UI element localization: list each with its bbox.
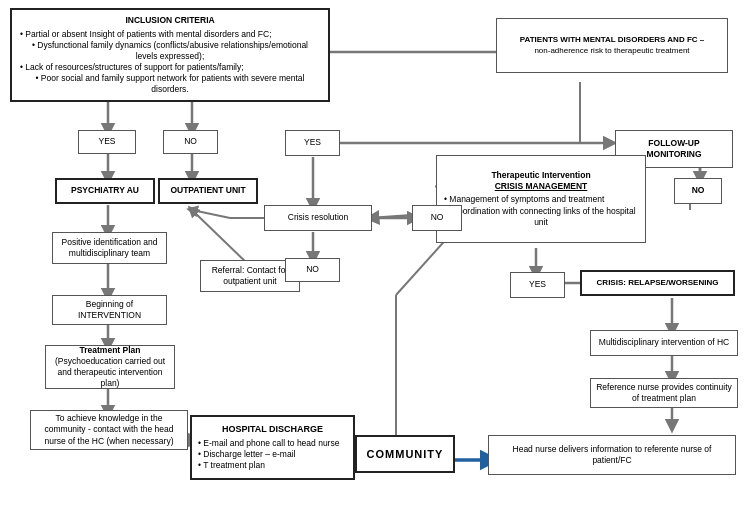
crisis-relapse-label: CRISIS: RELAPSE/WORSENING	[597, 278, 719, 288]
hd-line1: • E-mail and phone call to head nurse	[198, 438, 339, 449]
psychiatry-box: PSYCHIATRY AU	[55, 178, 155, 204]
reference-nurse-box: Reference nurse provides continuity of t…	[590, 378, 738, 408]
crisis-resolution-label: Crisis resolution	[288, 212, 348, 223]
inclusion-criteria-line3: • Lack of resources/structures of suppor…	[20, 62, 244, 73]
patients-line2: non-adherence risk to therapeutic treatm…	[534, 46, 689, 56]
yes1-box: YES	[78, 130, 136, 154]
crisis-relapse-box: CRISIS: RELAPSE/WORSENING	[580, 270, 735, 296]
hd-line3: • T treatment plan	[198, 460, 265, 471]
therapeutic-line2: • Coordination with connecting links of …	[444, 206, 638, 228]
therapeutic-title: Therapeutic Intervention	[444, 170, 638, 181]
no1-box: NO	[163, 130, 218, 154]
treatment-line2: (Psychoeducation carried out	[55, 356, 165, 367]
followup-label: FOLLOW-UP MONITORING	[646, 138, 701, 160]
community-box: COMMUNITY	[355, 435, 455, 473]
referral-label: Referral: Contact for outpatient unit	[205, 265, 295, 287]
yes2-box: YES	[285, 130, 340, 156]
yes1-label: YES	[98, 136, 115, 147]
reference-nurse-label: Reference nurse provides continuity of t…	[595, 382, 733, 404]
flowchart-diagram: INCLUSION CRITERIA • Partial or absent I…	[0, 0, 746, 523]
yes2-label: YES	[304, 137, 321, 148]
therapeutic-box: Therapeutic Intervention CRISIS MANAGEME…	[436, 155, 646, 243]
beginning-label: Beginning of INTERVENTION	[78, 299, 141, 321]
treatment-plan-box: Treatment Plan (Psychoeducation carried …	[45, 345, 175, 389]
head-nurse-box: Head nurse delivers information to refer…	[488, 435, 736, 475]
inclusion-criteria-line1: • Partial or absent Insight of patients …	[20, 29, 272, 40]
hospital-discharge-box: HOSPITAL DISCHARGE • E-mail and phone ca…	[190, 415, 355, 480]
to-achieve-label: To achieve knowledge in the community - …	[35, 413, 183, 446]
therapeutic-line1: • Management of symptoms and treatment	[444, 194, 604, 205]
positive-id-label: Positive identification and multidiscipl…	[62, 237, 158, 259]
multidisciplinary-box: Multidisciplinary intervention of HC	[590, 330, 738, 356]
no-crisis-label: NO	[306, 264, 319, 275]
outpatient-box: OUTPATIENT UNIT	[158, 178, 258, 204]
no2-label: NO	[431, 212, 444, 223]
treatment-line1: Treatment Plan	[80, 345, 141, 356]
no2-box: NO	[412, 205, 462, 231]
outpatient-label: OUTPATIENT UNIT	[170, 185, 245, 196]
patients-line1: PATIENTS WITH MENTAL DISORDERS AND FC –	[520, 35, 704, 45]
community-label: COMMUNITY	[367, 447, 444, 461]
patients-box: PATIENTS WITH MENTAL DISORDERS AND FC – …	[496, 18, 728, 73]
yes3-label: YES	[529, 279, 546, 290]
therapeutic-subtitle: CRISIS MANAGEMENT	[444, 181, 638, 192]
inclusion-criteria-title: INCLUSION CRITERIA	[20, 15, 320, 26]
multidisciplinary-label: Multidisciplinary intervention of HC	[599, 337, 729, 348]
svg-line-34	[192, 210, 230, 218]
hospital-discharge-title: HOSPITAL DISCHARGE	[198, 424, 347, 436]
no3-box: NO	[674, 178, 722, 204]
beginning-box: Beginning of INTERVENTION	[52, 295, 167, 325]
psychiatry-label: PSYCHIATRY AU	[71, 185, 139, 196]
yes3-box: YES	[510, 272, 565, 298]
head-nurse-label: Head nurse delivers information to refer…	[493, 444, 731, 466]
no3-label: NO	[692, 185, 705, 196]
to-achieve-box: To achieve knowledge in the community - …	[30, 410, 188, 450]
hd-line2: • Discharge letter – e-mail	[198, 449, 295, 460]
crisis-resolution-box: Crisis resolution	[264, 205, 372, 231]
no1-label: NO	[184, 136, 197, 147]
inclusion-criteria-box: INCLUSION CRITERIA • Partial or absent I…	[10, 8, 330, 102]
positive-id-box: Positive identification and multidiscipl…	[52, 232, 167, 264]
treatment-line3: and therapeutic intervention plan)	[50, 367, 170, 389]
no-crisis-box: NO	[285, 258, 340, 282]
inclusion-criteria-line4: • Poor social and family support network…	[20, 73, 320, 95]
inclusion-criteria-line2: • Dysfunctional family dynamics (conflic…	[20, 40, 320, 62]
